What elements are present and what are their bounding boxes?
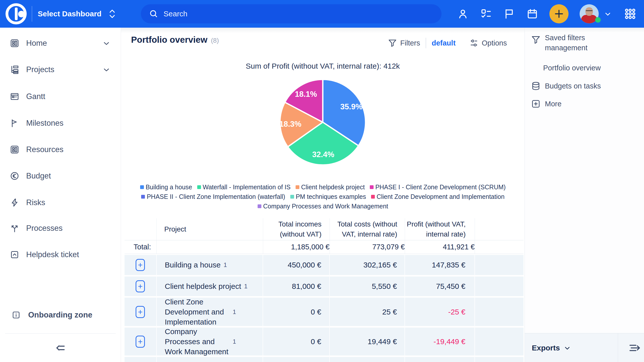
project-name[interactable]: Client helpdesk project: [157, 281, 241, 291]
legend-swatch: [371, 195, 375, 199]
sidebar-divider: [5, 333, 116, 334]
search-bar[interactable]: [141, 4, 441, 23]
resources-grid-icon: [10, 145, 20, 154]
more-button[interactable]: More: [531, 99, 561, 109]
total-costs: 773,079 €: [330, 240, 405, 254]
exports-bar: Exports: [525, 333, 644, 362]
lightning-icon: [10, 198, 20, 207]
legend-label: Company Processes and Work Management: [263, 203, 388, 210]
funnel-icon: [531, 35, 541, 45]
add-button[interactable]: [549, 4, 569, 23]
legend-item[interactable]: Waterfall - Implementation of IS: [197, 184, 291, 191]
milestone-flag-icon: [10, 118, 20, 128]
search-input[interactable]: [164, 10, 390, 18]
legend-swatch: [197, 185, 201, 189]
table-total-row: Total: 1,185,000 € 773,079 € 411,921 €: [125, 240, 524, 254]
expand-row-button[interactable]: +: [136, 306, 145, 318]
topbar-divider: [32, 6, 32, 22]
legend-item[interactable]: Client helpdesk project: [296, 184, 365, 191]
options-button[interactable]: Options: [469, 38, 507, 48]
project-count-badge: 1: [233, 338, 236, 345]
legend-item[interactable]: Building a house: [140, 184, 192, 191]
online-status-dot: [595, 17, 601, 23]
legend-item[interactable]: PHASE I - Client Zone Development (SCRUM…: [370, 184, 506, 191]
gantt-icon: [10, 92, 20, 101]
table-row: + Client Zone Development and Implementa…: [125, 298, 524, 326]
sidebar-item-risks[interactable]: Risks: [0, 194, 121, 211]
pie-slice-label: 18.1%: [295, 90, 317, 99]
col-total-costs[interactable]: Total costs (without VAT, internal rate): [330, 218, 405, 240]
page-header: Portfolio overview (8): [131, 35, 219, 45]
legend-label: PM techniques examples: [296, 193, 366, 200]
chevron-up-down-icon: [108, 9, 116, 19]
expand-row-button[interactable]: +: [136, 336, 145, 348]
app-logo[interactable]: [6, 3, 27, 24]
sidebar-item-home[interactable]: Home: [0, 34, 121, 52]
total-label: Total:: [125, 240, 157, 254]
legend-item[interactable]: PHASE II - Client Zone Implementation (w…: [141, 193, 285, 200]
legend-swatch: [290, 195, 294, 199]
pie-slice-label: 35.9%: [340, 102, 363, 111]
calendar-icon[interactable]: [526, 8, 538, 20]
legend-label: PHASE I - Client Zone Development (SCRUM…: [375, 184, 506, 191]
legend-swatch: [140, 185, 144, 189]
funnel-icon: [388, 38, 397, 48]
saved-filters-management[interactable]: Saved filters management: [531, 33, 605, 53]
plus-square-icon: [531, 99, 541, 109]
legend-label: Waterfall - Implementation of IS: [203, 184, 291, 191]
table-row-partial: [125, 357, 524, 362]
filters-button[interactable]: Filters: [388, 38, 420, 48]
page-count-badge: (8): [211, 37, 219, 44]
expand-row-button[interactable]: +: [136, 280, 145, 292]
project-name[interactable]: Building a house: [157, 260, 221, 270]
table-row: + Client helpdesk project1 81,000 € 5,55…: [125, 277, 524, 296]
saved-filter-portfolio-overview[interactable]: Portfolio overview: [543, 63, 601, 73]
chevron-down-icon: [102, 65, 111, 74]
sidebar-item-gantt[interactable]: Gantt: [0, 88, 121, 105]
flag-icon[interactable]: [503, 8, 515, 20]
col-total-incomes[interactable]: Total incomes (without VAT): [263, 218, 330, 240]
legend-item[interactable]: Client Zone Development and Implementati…: [371, 193, 505, 200]
sliders-icon: [469, 38, 479, 48]
helpdesk-ticket-icon: [10, 250, 20, 259]
chart-title: Sum of Profit (without VAT, internal rat…: [121, 62, 525, 70]
legend-label: Client Zone Development and Implementati…: [377, 193, 505, 200]
select-dashboard-button[interactable]: Select Dashboard: [38, 0, 116, 28]
total-profit: 411,921 €: [405, 240, 475, 254]
exports-button[interactable]: Exports: [532, 333, 571, 362]
table-row: + Building a house1 450,000 € 302,165 € …: [125, 255, 524, 275]
active-filter-link[interactable]: default: [432, 39, 456, 47]
total-incomes: 1,185,000 €: [263, 240, 330, 254]
right-panel: Saved filters management Portfolio overv…: [525, 28, 644, 362]
legend-label: PHASE II - Client Zone Implementation (w…: [147, 193, 285, 200]
process-branch-icon: [10, 223, 20, 233]
profit-pie-chart[interactable]: 35.9%32.4%18.3%18.1%: [275, 74, 371, 170]
sidebar-item-processes[interactable]: Processes: [0, 219, 121, 237]
database-icon: [531, 81, 541, 91]
euro-circle-icon: [10, 171, 20, 181]
project-name[interactable]: Company Processes and Work Management: [157, 327, 230, 357]
col-profit[interactable]: Profit (without VAT, internal rate): [405, 218, 475, 240]
collapse-sidebar-button[interactable]: [52, 340, 69, 356]
sidebar-item-milestones[interactable]: Milestones: [0, 114, 121, 132]
sidebar-item-onboarding[interactable]: Onboarding zone: [0, 306, 121, 324]
sidebar-item-projects[interactable]: Projects: [0, 61, 121, 78]
avatar-chevron-down-icon[interactable]: [604, 10, 612, 18]
chart-legend: Building a houseWaterfall - Implementati…: [134, 184, 512, 210]
table-header-row: Project Total incomes (without VAT) Tota…: [125, 218, 524, 240]
tasks-checklist-icon[interactable]: [480, 8, 492, 20]
apps-grid-icon[interactable]: [623, 7, 637, 21]
expand-row-button[interactable]: +: [136, 259, 145, 271]
project-name[interactable]: Client Zone Development and Implementati…: [157, 297, 230, 327]
user-icon[interactable]: [457, 8, 469, 20]
pie-slice-label: 18.3%: [279, 120, 301, 128]
sidebar-item-budget[interactable]: Budget: [0, 167, 121, 185]
sidebar-item-resources[interactable]: Resources: [0, 141, 121, 158]
legend-item[interactable]: PM techniques examples: [290, 193, 366, 200]
expand-panel-icon[interactable]: [625, 333, 644, 362]
sidebar-item-helpdesk[interactable]: Helpdesk ticket: [0, 246, 121, 263]
legend-item[interactable]: Company Processes and Work Management: [258, 203, 388, 210]
col-project[interactable]: Project: [157, 218, 263, 240]
saved-filter-budgets-on-tasks[interactable]: Budgets on tasks: [531, 81, 601, 91]
legend-swatch: [296, 185, 299, 189]
